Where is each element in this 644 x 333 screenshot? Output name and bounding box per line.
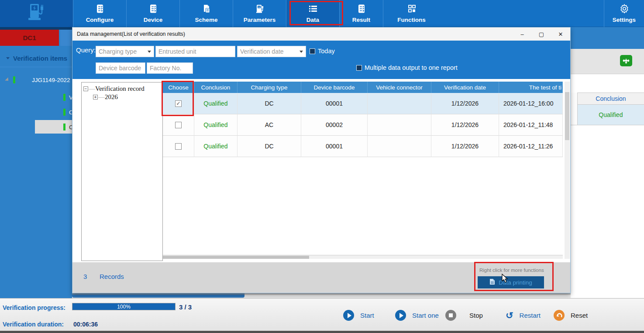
reset-button[interactable]: Reset: [554, 310, 588, 321]
dialog-titlebar[interactable]: Data management(List of verification res…: [72, 27, 570, 41]
tree-connector: —: [89, 85, 95, 93]
conclusion-value-cell[interactable]: Qualified: [577, 105, 644, 125]
header-choose[interactable]: Choose: [163, 82, 194, 93]
tree-node-2026[interactable]: + — 2026: [93, 93, 161, 101]
progress-label: Verification progress:: [3, 304, 65, 311]
app-logo: [0, 0, 73, 27]
query-panel: Query: Charging type Verification date T…: [72, 41, 570, 79]
tree-item-label: Cl: [69, 124, 72, 130]
cell-verification-date: 1/12/2026: [431, 93, 499, 114]
header-vehicle-connector[interactable]: Vehicle connector: [368, 82, 431, 93]
maximize-button[interactable]: ▢: [532, 27, 551, 41]
row-checkbox[interactable]: ✓: [175, 100, 182, 107]
conclusion-column-header[interactable]: Conclusion: [577, 93, 644, 105]
multiple-output-checkbox[interactable]: [356, 65, 362, 71]
chevron-down-icon: [148, 51, 151, 53]
start-button[interactable]: Start: [343, 310, 374, 321]
menu-item-settings[interactable]: Settings: [604, 0, 644, 27]
header-device-barcode[interactable]: Device barcode: [301, 82, 368, 93]
data-printing-button[interactable]: Data printing: [478, 276, 544, 288]
expand-arrow-icon[interactable]: [5, 77, 10, 82]
left-sidebar: DC1 Verification items JJG1149-2022 M Vi…: [0, 27, 72, 298]
today-checkbox[interactable]: [310, 48, 315, 54]
table-row[interactable]: ✓ Qualified DC 00001 1/12/2026 2026-01-1…: [163, 93, 563, 114]
close-button[interactable]: ✕: [551, 27, 570, 41]
chevron-down-icon: [6, 57, 10, 59]
factory-no-input[interactable]: [147, 62, 193, 74]
result-icon: [357, 4, 366, 15]
collapse-icon[interactable]: −: [83, 86, 88, 91]
tab-dc1[interactable]: DC1: [0, 30, 59, 46]
status-green-bar: [63, 94, 65, 101]
menu-item-scheme[interactable]: Scheme: [179, 0, 233, 27]
table-row[interactable]: Qualified DC 00001 1/12/2026 2026-01-12_…: [163, 136, 563, 157]
cell-vehicle-connector: [368, 114, 431, 136]
minimize-button[interactable]: –: [513, 27, 532, 41]
ev-charger-icon: [28, 3, 46, 24]
document-icon: [489, 278, 495, 286]
vertical-scrollbar-thumb[interactable]: [565, 92, 569, 140]
bottom-edge-strip: [0, 331, 644, 333]
cell-charging-type: AC: [238, 114, 301, 136]
record-count: 3: [83, 273, 87, 280]
cell-verification-date: 1/12/2026: [431, 114, 499, 136]
menu-item-result[interactable]: Result: [339, 0, 383, 27]
verification-items-header[interactable]: Verification items: [0, 50, 72, 67]
menu-item-data[interactable]: Data: [286, 0, 339, 27]
verification-date-dropdown[interactable]: Verification date: [237, 46, 306, 57]
horizontal-scrollbar[interactable]: [163, 255, 563, 259]
expand-icon[interactable]: +: [93, 95, 98, 100]
cell-device-barcode: 00001: [301, 136, 368, 157]
right-gray-strip: [571, 49, 644, 74]
charging-type-placeholder: Charging type: [99, 48, 137, 55]
verification-record-tree: − — Verification record + — 2026: [81, 82, 163, 261]
duration-value: 00:06:36: [73, 321, 98, 328]
dialog-footer: 3 Records Right click for more functions…: [72, 262, 570, 293]
header-charging-type[interactable]: Charging type: [238, 82, 301, 93]
sidebar-tree-item[interactable]: Cl: [0, 120, 72, 134]
table-header-row: Choose Conclusion Charging type Device b…: [163, 82, 563, 93]
tab-next-partial[interactable]: [60, 30, 72, 46]
menu-item-parameters[interactable]: Parameters: [233, 0, 286, 27]
top-toolbar: Configure Device Scheme Parameters Data …: [0, 0, 644, 27]
header-conclusion[interactable]: Conclusion: [194, 82, 238, 93]
entrusted-unit-input[interactable]: [155, 46, 235, 57]
start-one-label: Start one: [412, 312, 439, 319]
restart-button[interactable]: ↺ Restart: [506, 310, 541, 321]
cell-verification-date: 1/12/2026: [431, 136, 499, 157]
sidebar-tree-item[interactable]: Vi: [0, 91, 72, 104]
tree-node-root[interactable]: − — Verification record: [83, 85, 161, 93]
tree-item-label: JJG1149-2022 M: [32, 77, 72, 83]
row-checkbox[interactable]: [175, 122, 182, 128]
records-label: Records: [100, 273, 124, 280]
charging-type-dropdown[interactable]: Charging type: [96, 46, 154, 57]
menu-item-configure[interactable]: Configure: [73, 0, 126, 27]
header-test-time[interactable]: The test of ti: [499, 82, 563, 93]
horizontal-scrollbar-thumb[interactable]: [163, 256, 309, 259]
sidebar-tree-item[interactable]: JJG1149-2022 M: [0, 73, 72, 86]
menu-item-device[interactable]: Device: [126, 0, 179, 27]
menu-label: Device: [144, 17, 163, 23]
cell-vehicle-connector: [368, 136, 431, 157]
verification-progress-bar: 100%: [72, 303, 176, 310]
device-barcode-input[interactable]: [96, 62, 145, 74]
flowchart-export-icon[interactable]: [620, 55, 632, 66]
header-verification-date[interactable]: Verification date: [431, 82, 499, 93]
start-one-button[interactable]: Start one: [395, 310, 439, 321]
vertical-scrollbar[interactable]: [565, 82, 570, 259]
app-window: Configure Device Scheme Parameters Data …: [0, 0, 644, 333]
cell-conclusion: Qualified: [194, 114, 238, 136]
tree-connector: —: [98, 93, 104, 101]
menu-label: Scheme: [195, 17, 218, 23]
row-checkbox[interactable]: [175, 143, 182, 150]
results-table: Choose Conclusion Charging type Device b…: [163, 82, 563, 157]
today-label: Today: [318, 48, 335, 55]
stop-button[interactable]: Stop: [445, 310, 483, 321]
table-row[interactable]: Qualified AC 00002 1/12/2026 2026-01-12_…: [163, 114, 563, 136]
sidebar-tree-item[interactable]: O: [0, 106, 72, 119]
menu-item-functions[interactable]: Functions: [383, 0, 440, 27]
dialog-title: Data management(List of verification res…: [77, 31, 185, 37]
status-bar: Verification progress: 100% 3 / 3 Verifi…: [0, 298, 644, 333]
right-click-hint: Right click for more functions: [479, 268, 544, 273]
menu-label: Configure: [86, 17, 114, 23]
